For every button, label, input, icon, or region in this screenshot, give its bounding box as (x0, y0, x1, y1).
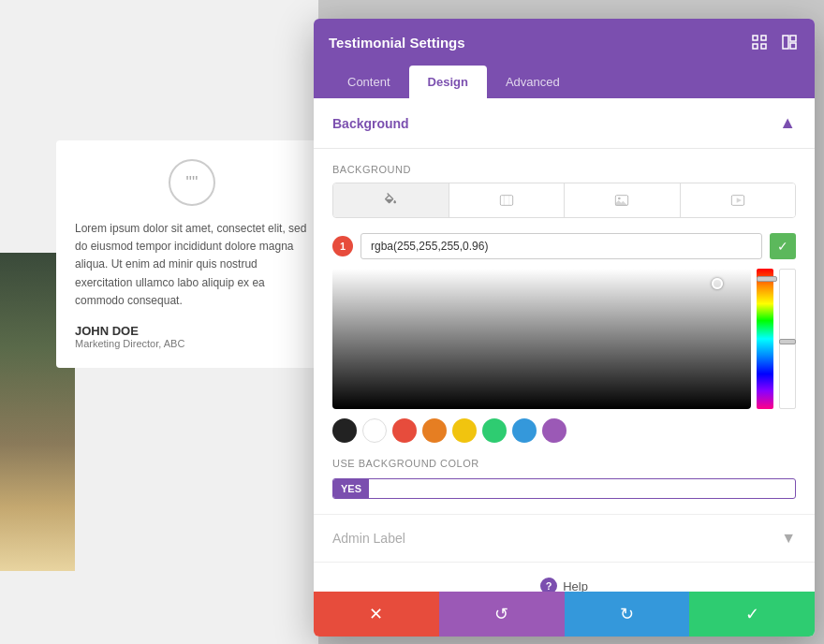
color-input-field[interactable] (360, 233, 762, 259)
toggle-switch-container[interactable]: YES (332, 478, 796, 499)
cancel-button[interactable]: ✕ (314, 592, 439, 637)
modal-title: Testimonial Settings (329, 35, 465, 51)
background-toggle-icon: ▲ (779, 113, 796, 133)
preset-blue[interactable] (512, 418, 537, 443)
expand-icon[interactable] (749, 32, 770, 52)
page-background: " " Lorem ipsum dolor sit amet, consecte… (0, 0, 318, 644)
header-icons (749, 32, 800, 52)
toggle-no[interactable] (369, 479, 395, 498)
preset-orange[interactable] (422, 418, 447, 443)
use-bg-color-label: Use Background Color (332, 458, 479, 469)
bg-type-color-btn[interactable] (333, 183, 449, 217)
admin-label-section: Admin Label ▼ (314, 514, 815, 562)
admin-section-toggle: ▼ (781, 530, 796, 547)
background-field-label: Background (332, 164, 796, 175)
tabs-bar: Content Design Advanced (314, 66, 815, 98)
admin-section-header[interactable]: Admin Label ▼ (314, 515, 815, 562)
svg-rect-0 (753, 36, 758, 40)
preset-black[interactable] (332, 418, 357, 443)
modal-body: Background ▲ Background (314, 98, 815, 592)
settings-modal: Testimonial Settings Content (314, 19, 815, 637)
background-type-buttons (332, 183, 796, 218)
background-section-content: Background (314, 149, 815, 514)
svg-marker-13 (736, 198, 741, 202)
bg-type-video-btn[interactable] (681, 183, 796, 217)
toggle-switch[interactable]: YES (332, 478, 796, 499)
author-name: JOHN DOE (75, 324, 309, 338)
layout-icon[interactable] (779, 32, 800, 52)
hue-handle[interactable] (757, 276, 777, 282)
svg-rect-2 (753, 44, 758, 49)
preset-yellow[interactable] (452, 418, 477, 443)
use-bg-color-row: Use Background Color (332, 458, 796, 469)
undo-button[interactable]: ↺ (439, 592, 565, 637)
quote-icon: " " (169, 159, 215, 206)
save-button[interactable]: ✓ (689, 592, 815, 637)
modal-footer: ✕ ↺ ↻ ✓ (314, 592, 815, 637)
preset-white[interactable] (362, 418, 387, 443)
svg-rect-5 (790, 36, 796, 41)
svg-rect-6 (790, 43, 796, 49)
tab-advanced[interactable]: Advanced (487, 66, 579, 98)
author-title: Marketing Director, ABC (75, 338, 309, 349)
color-input-row: 1 ✓ (332, 233, 796, 259)
svg-point-11 (618, 198, 621, 200)
toggle-yes[interactable]: YES (333, 479, 369, 498)
help-label: Help (563, 579, 588, 593)
background-section-title: Background (332, 116, 409, 131)
redo-button[interactable]: ↻ (565, 592, 690, 637)
hue-slider-container[interactable] (757, 269, 773, 409)
background-section-header[interactable]: Background ▲ (314, 98, 815, 149)
opacity-slider-container[interactable] (779, 269, 796, 409)
preset-red[interactable] (392, 418, 417, 443)
hue-slider[interactable] (757, 269, 773, 409)
preset-colors (332, 418, 796, 443)
picker-handle[interactable] (712, 278, 723, 289)
help-row[interactable]: ? Help (314, 562, 815, 592)
svg-rect-1 (761, 36, 766, 40)
testimonial-card: " " Lorem ipsum dolor sit amet, consecte… (56, 140, 328, 368)
help-icon: ? (540, 578, 557, 592)
admin-section-title: Admin Label (332, 531, 405, 546)
svg-rect-7 (500, 196, 512, 206)
preset-purple[interactable] (542, 418, 566, 443)
tab-design[interactable]: Design (409, 66, 487, 98)
opacity-handle[interactable] (779, 339, 796, 344)
tab-content[interactable]: Content (329, 66, 409, 98)
modal-header: Testimonial Settings (314, 19, 815, 66)
svg-rect-4 (783, 36, 788, 49)
color-picker-wrapper[interactable] (332, 269, 796, 409)
color-badge: 1 (332, 236, 353, 256)
color-gradient-area[interactable] (332, 269, 751, 409)
opacity-slider[interactable] (779, 269, 796, 409)
bg-type-image-btn[interactable] (565, 183, 681, 217)
testimonial-text: Lorem ipsum dolor sit amet, consectet el… (75, 220, 309, 310)
bg-type-gradient-btn[interactable] (449, 183, 566, 217)
gradient-black-overlay (332, 269, 751, 409)
svg-rect-3 (761, 44, 766, 49)
preset-green[interactable] (482, 418, 507, 443)
color-confirm-btn[interactable]: ✓ (770, 233, 796, 259)
